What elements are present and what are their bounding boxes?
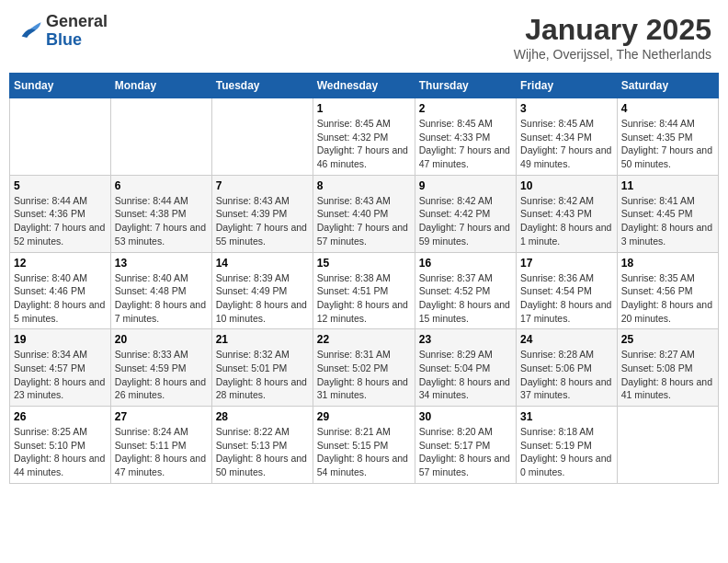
- day-number: 6: [115, 179, 208, 192]
- day-number: 11: [621, 179, 714, 192]
- day-info: Sunrise: 8:20 AM Sunset: 5:17 PM Dayligh…: [419, 425, 512, 479]
- day-number: 23: [419, 333, 512, 346]
- day-number: 29: [317, 410, 411, 423]
- calendar-cell: 13Sunrise: 8:40 AM Sunset: 4:48 PM Dayli…: [110, 252, 211, 329]
- calendar-cell: 18Sunrise: 8:35 AM Sunset: 4:56 PM Dayli…: [617, 252, 718, 329]
- day-info: Sunrise: 8:25 AM Sunset: 5:10 PM Dayligh…: [14, 425, 107, 479]
- day-info: Sunrise: 8:40 AM Sunset: 4:46 PM Dayligh…: [14, 271, 107, 326]
- day-info: Sunrise: 8:42 AM Sunset: 4:43 PM Dayligh…: [520, 194, 613, 248]
- calendar-cell: 22Sunrise: 8:31 AM Sunset: 5:02 PM Dayli…: [313, 329, 415, 407]
- calendar-cell: 16Sunrise: 8:37 AM Sunset: 4:52 PM Dayli…: [415, 252, 516, 329]
- calendar-cell: [617, 407, 718, 484]
- day-number: 20: [115, 333, 208, 346]
- weekday-header-tuesday: Tuesday: [211, 74, 313, 98]
- weekday-header-saturday: Saturday: [617, 74, 718, 98]
- calendar-week-4: 19Sunrise: 8:34 AM Sunset: 4:57 PM Dayli…: [10, 329, 719, 407]
- day-info: Sunrise: 8:44 AM Sunset: 4:36 PM Dayligh…: [14, 194, 107, 248]
- day-info: Sunrise: 8:44 AM Sunset: 4:35 PM Dayligh…: [621, 117, 714, 171]
- day-info: Sunrise: 8:41 AM Sunset: 4:45 PM Dayligh…: [621, 194, 714, 248]
- day-number: 13: [115, 257, 208, 270]
- day-info: Sunrise: 8:31 AM Sunset: 5:02 PM Dayligh…: [317, 348, 411, 402]
- day-info: Sunrise: 8:45 AM Sunset: 4:33 PM Dayligh…: [419, 117, 512, 171]
- calendar-cell: 20Sunrise: 8:33 AM Sunset: 4:59 PM Dayli…: [110, 329, 211, 407]
- calendar-cell: 28Sunrise: 8:22 AM Sunset: 5:13 PM Dayli…: [211, 407, 313, 484]
- day-number: 12: [14, 257, 107, 270]
- weekday-header-wednesday: Wednesday: [313, 74, 415, 98]
- calendar-cell: 7Sunrise: 8:43 AM Sunset: 4:39 PM Daylig…: [211, 175, 313, 252]
- location-subtitle: Wijhe, Overijssel, The Netherlands: [514, 47, 711, 62]
- calendar-cell: 26Sunrise: 8:25 AM Sunset: 5:10 PM Dayli…: [10, 407, 111, 484]
- day-info: Sunrise: 8:39 AM Sunset: 4:49 PM Dayligh…: [216, 271, 309, 326]
- day-info: Sunrise: 8:28 AM Sunset: 5:06 PM Dayligh…: [520, 348, 613, 402]
- day-number: 21: [216, 333, 309, 346]
- day-info: Sunrise: 8:45 AM Sunset: 4:32 PM Dayligh…: [317, 117, 411, 171]
- calendar-cell: 27Sunrise: 8:24 AM Sunset: 5:11 PM Dayli…: [110, 407, 211, 484]
- day-info: Sunrise: 8:37 AM Sunset: 4:52 PM Dayligh…: [419, 271, 512, 326]
- calendar-week-2: 5Sunrise: 8:44 AM Sunset: 4:36 PM Daylig…: [10, 175, 719, 252]
- calendar-cell: 12Sunrise: 8:40 AM Sunset: 4:46 PM Dayli…: [10, 252, 111, 329]
- calendar-cell: 19Sunrise: 8:34 AM Sunset: 4:57 PM Dayli…: [10, 329, 111, 407]
- day-number: 28: [216, 410, 309, 423]
- calendar-cell: 11Sunrise: 8:41 AM Sunset: 4:45 PM Dayli…: [617, 175, 718, 252]
- calendar-week-1: 1Sunrise: 8:45 AM Sunset: 4:32 PM Daylig…: [10, 98, 719, 176]
- day-number: 16: [419, 257, 512, 270]
- calendar-table: SundayMondayTuesdayWednesdayThursdayFrid…: [9, 73, 719, 484]
- day-number: 31: [520, 410, 613, 423]
- day-number: 24: [520, 333, 613, 346]
- day-info: Sunrise: 8:43 AM Sunset: 4:40 PM Dayligh…: [317, 194, 411, 248]
- day-number: 8: [317, 179, 411, 192]
- day-info: Sunrise: 8:34 AM Sunset: 4:57 PM Dayligh…: [14, 348, 107, 402]
- calendar-cell: 15Sunrise: 8:38 AM Sunset: 4:51 PM Dayli…: [313, 252, 415, 329]
- day-number: 1: [317, 102, 411, 115]
- calendar-cell: 4Sunrise: 8:44 AM Sunset: 4:35 PM Daylig…: [617, 98, 718, 176]
- day-info: Sunrise: 8:42 AM Sunset: 4:42 PM Dayligh…: [419, 194, 512, 248]
- calendar-cell: 10Sunrise: 8:42 AM Sunset: 4:43 PM Dayli…: [517, 175, 618, 252]
- day-number: 2: [419, 102, 512, 115]
- calendar-cell: [10, 98, 111, 176]
- calendar-cell: 24Sunrise: 8:28 AM Sunset: 5:06 PM Dayli…: [517, 329, 618, 407]
- day-info: Sunrise: 8:32 AM Sunset: 5:01 PM Dayligh…: [216, 348, 309, 402]
- weekday-header-monday: Monday: [110, 74, 211, 98]
- day-number: 14: [216, 257, 309, 270]
- logo-blue: Blue: [46, 31, 108, 50]
- logo-icon: [17, 18, 42, 44]
- calendar-cell: 25Sunrise: 8:27 AM Sunset: 5:08 PM Dayli…: [617, 329, 718, 407]
- calendar-cell: [110, 98, 211, 176]
- day-info: Sunrise: 8:45 AM Sunset: 4:34 PM Dayligh…: [520, 117, 613, 171]
- day-info: Sunrise: 8:38 AM Sunset: 4:51 PM Dayligh…: [317, 271, 411, 326]
- day-info: Sunrise: 8:35 AM Sunset: 4:56 PM Dayligh…: [621, 271, 714, 326]
- logo: General Blue: [17, 13, 108, 50]
- weekday-header-sunday: Sunday: [10, 74, 111, 98]
- day-number: 30: [419, 410, 512, 423]
- calendar-cell: 23Sunrise: 8:29 AM Sunset: 5:04 PM Dayli…: [415, 329, 516, 407]
- day-info: Sunrise: 8:40 AM Sunset: 4:48 PM Dayligh…: [115, 271, 208, 326]
- calendar-cell: 2Sunrise: 8:45 AM Sunset: 4:33 PM Daylig…: [415, 98, 516, 176]
- day-info: Sunrise: 8:18 AM Sunset: 5:19 PM Dayligh…: [520, 425, 613, 479]
- month-title: January 2025: [514, 13, 711, 47]
- day-number: 5: [14, 179, 107, 192]
- day-number: 26: [14, 410, 107, 423]
- day-number: 25: [621, 333, 714, 346]
- calendar-cell: 8Sunrise: 8:43 AM Sunset: 4:40 PM Daylig…: [313, 175, 415, 252]
- day-number: 10: [520, 179, 613, 192]
- weekday-header-friday: Friday: [517, 74, 618, 98]
- logo-general: General: [46, 13, 108, 31]
- calendar-cell: 6Sunrise: 8:44 AM Sunset: 4:38 PM Daylig…: [110, 175, 211, 252]
- calendar-week-5: 26Sunrise: 8:25 AM Sunset: 5:10 PM Dayli…: [10, 407, 719, 484]
- day-info: Sunrise: 8:36 AM Sunset: 4:54 PM Dayligh…: [520, 271, 613, 326]
- calendar-cell: 31Sunrise: 8:18 AM Sunset: 5:19 PM Dayli…: [517, 407, 618, 484]
- day-number: 19: [14, 333, 107, 346]
- calendar-cell: 30Sunrise: 8:20 AM Sunset: 5:17 PM Dayli…: [415, 407, 516, 484]
- calendar-cell: 9Sunrise: 8:42 AM Sunset: 4:42 PM Daylig…: [415, 175, 516, 252]
- calendar-week-3: 12Sunrise: 8:40 AM Sunset: 4:46 PM Dayli…: [10, 252, 719, 329]
- day-number: 22: [317, 333, 411, 346]
- day-number: 3: [520, 102, 613, 115]
- calendar-cell: 5Sunrise: 8:44 AM Sunset: 4:36 PM Daylig…: [10, 175, 111, 252]
- day-number: 17: [520, 257, 613, 270]
- calendar-cell: 21Sunrise: 8:32 AM Sunset: 5:01 PM Dayli…: [211, 329, 313, 407]
- day-number: 27: [115, 410, 208, 423]
- day-number: 9: [419, 179, 512, 192]
- calendar-cell: 17Sunrise: 8:36 AM Sunset: 4:54 PM Dayli…: [517, 252, 618, 329]
- calendar-cell: [211, 98, 313, 176]
- day-info: Sunrise: 8:27 AM Sunset: 5:08 PM Dayligh…: [621, 348, 714, 402]
